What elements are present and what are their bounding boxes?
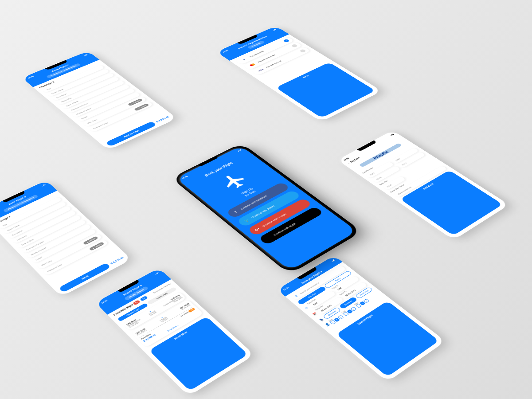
payment-method-screen: 12:30 ‹ Add to a Payment Method Payment … bbox=[216, 26, 382, 122]
check-icon: ✓ bbox=[291, 44, 298, 48]
upload-icon: ☁ bbox=[92, 247, 95, 249]
signal-icon bbox=[83, 54, 87, 56]
center-phone: 12:30 Book your Flight Sign Upfor free f… bbox=[171, 143, 362, 275]
passenger2-screen: 12:30 ‹ Book Flight ✈ Passengers Informa… bbox=[22, 51, 177, 150]
plane-icon: ✈ bbox=[304, 305, 310, 310]
visa-label: Visa Copy bbox=[86, 119, 98, 124]
check-icon: ✓ bbox=[283, 39, 290, 43]
mastercard-icon bbox=[247, 63, 258, 67]
check-icon: ✓ bbox=[299, 49, 306, 53]
book-flight-screen: 12:30 Book your Flight ✈ ⚲Search your de… bbox=[277, 255, 446, 382]
visa-icon: VISA bbox=[256, 68, 266, 72]
upload-icon: ☁ bbox=[137, 108, 140, 110]
signal-icon bbox=[389, 133, 393, 136]
search-icon: ⚲ bbox=[294, 293, 300, 297]
search-results-screen: 12:30 ‹ Search Flight ✈ Modify Search 1 … bbox=[95, 268, 254, 396]
signal-icon bbox=[41, 184, 46, 187]
signal-icon bbox=[331, 259, 335, 262]
status-time: 12:30 bbox=[282, 286, 289, 291]
google-icon: G+ bbox=[253, 227, 262, 232]
passenger1-screen: 12:30 ‹ Book Flight ✈ Passengers Informa… bbox=[0, 180, 132, 297]
signal-icon bbox=[237, 149, 242, 151]
facebook-icon: f bbox=[231, 209, 240, 215]
back-icon[interactable]: ‹ bbox=[348, 163, 350, 164]
airline-tag-tk[interactable]: TK bbox=[132, 300, 141, 305]
twitter-icon: 🐦 bbox=[242, 218, 251, 223]
signal-icon bbox=[154, 272, 159, 274]
airline-tag-gf[interactable]: GF bbox=[140, 296, 148, 301]
apple-icon bbox=[264, 235, 273, 242]
visa-label: Visa Copy bbox=[41, 260, 52, 266]
upload-icon: ☁ bbox=[130, 103, 134, 105]
apple-button[interactable]: Continue with Apple bbox=[258, 206, 324, 245]
card-brand: PayPal bbox=[375, 150, 389, 159]
my-card-screen: 12:30 ‹ My Card P PayPal Card Number XXX… bbox=[337, 130, 509, 240]
person-icon: 👤 bbox=[325, 322, 331, 327]
total-price: $ 4,553.41 bbox=[156, 116, 170, 123]
signal-icon bbox=[272, 29, 276, 31]
upload-icon: ☁ bbox=[86, 241, 89, 243]
paypal-icon: P bbox=[240, 57, 249, 62]
calendar-icon: 📅 bbox=[312, 312, 318, 317]
seat-icon: 💺 bbox=[319, 317, 325, 322]
total-price: $ 4,553.41 bbox=[110, 256, 124, 265]
